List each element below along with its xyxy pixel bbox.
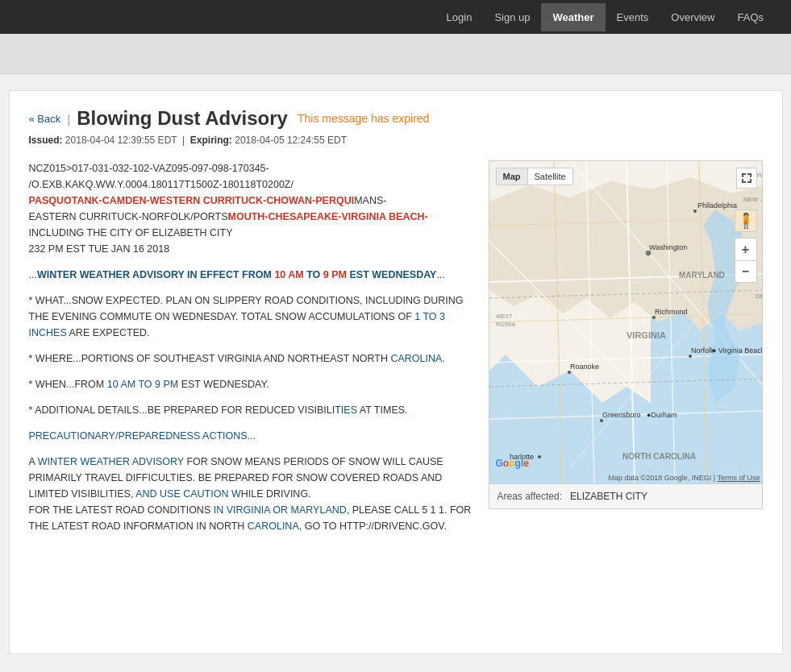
advisory-para3: * WHERE...PORTIONS OF SOUTHEAST VIRGINIA… — [29, 351, 473, 367]
zoom-in-button[interactable]: + — [735, 238, 757, 260]
nav-faqs[interactable]: FAQs — [726, 3, 775, 31]
svg-text:NEW JERSEY: NEW JERSEY — [743, 196, 763, 203]
streetview-button[interactable]: 🧍 — [735, 209, 757, 232]
svg-text:RGINIA: RGINIA — [496, 321, 515, 327]
advisory-body: NCZ015>017-031-032-102-VAZ095-097-098-17… — [29, 160, 473, 544]
svg-point-23 — [646, 251, 651, 255]
meta-info: Issued: 2018-04-04 12:39:55 EDT | Expiri… — [29, 135, 763, 146]
expired-badge: This message has expired — [298, 112, 429, 125]
advisory-title: Blowing Dust Advisory — [77, 107, 288, 130]
areas-affected-label: Areas affected: — [497, 491, 563, 502]
advisory-para5: * ADDITIONAL DETAILS...BE PREPARED FOR R… — [29, 402, 473, 418]
svg-text:Norfolk: Norfolk — [691, 346, 714, 355]
svg-text:VIRGINIA: VIRGINIA — [627, 330, 666, 340]
svg-text:MARYLAND: MARYLAND — [679, 271, 725, 280]
areas-affected-value: ELIZABETH CITY — [570, 491, 647, 502]
svg-point-29 — [689, 355, 692, 358]
map-data-text: Map data ©2018 Google, INEGI | Terms of … — [609, 474, 760, 482]
nav-signup[interactable]: Sign up — [483, 3, 541, 31]
nav-weather[interactable]: Weather — [541, 3, 605, 31]
svg-text:WEST: WEST — [496, 313, 513, 319]
svg-text:DELAWARE: DELAWARE — [756, 292, 763, 300]
breadcrumb: « Back | Blowing Dust Advisory This mess… — [29, 107, 763, 130]
breadcrumb-separator: | — [67, 112, 70, 126]
svg-text:Greensboro: Greensboro — [602, 411, 641, 419]
svg-rect-45 — [742, 173, 743, 177]
precautionary-link[interactable]: PRECAUTIONARY/PREPAREDNESS ACTIONS... — [29, 430, 256, 442]
issued-label: Issued: — [29, 135, 63, 146]
nav-events[interactable]: Events — [606, 3, 660, 31]
subbar — [0, 34, 791, 74]
svg-text:NORTH CAROLINA: NORTH CAROLINA — [622, 452, 696, 461]
map-area[interactable]: Philadelphia Washington Richmond Roanoke… — [489, 161, 763, 483]
expiring-value: 2018-04-05 12:24:55 EDT — [235, 135, 347, 146]
content-layout: NCZ015>017-031-032-102-VAZ095-097-098-17… — [29, 160, 763, 544]
issued-value: 2018-04-04 12:39:55 EDT — [65, 135, 177, 146]
svg-point-32 — [600, 419, 603, 422]
advisory-para1: ...WINTER WEATHER ADVISORY IN EFFECT FRO… — [29, 267, 473, 283]
map-section: Philadelphia Washington Richmond Roanoke… — [489, 160, 763, 544]
svg-point-40 — [538, 455, 541, 458]
svg-text:● Virginia Beach: ● Virginia Beach — [712, 346, 763, 355]
expiring-label: Expiring: — [190, 135, 232, 146]
advisory-para2: * WHAT...SNOW EXPECTED. PLAN ON SLIPPERY… — [29, 292, 473, 341]
google-logo: Google — [496, 458, 529, 469]
advisory-para4: * WHEN...FROM 10 AM TO 9 PM EST WEDNESDA… — [29, 376, 473, 392]
areas-affected: Areas affected: ELIZABETH CITY — [489, 483, 762, 508]
svg-point-27 — [568, 371, 571, 374]
nav-login[interactable]: Login — [435, 3, 484, 31]
map-zoom: + − — [735, 238, 757, 283]
fullscreen-button[interactable] — [736, 168, 757, 189]
svg-text:Washington: Washington — [649, 243, 687, 251]
svg-text:●Durham: ●Durham — [647, 411, 677, 419]
main-content: « Back | Blowing Dust Advisory This mess… — [9, 90, 783, 654]
svg-text:Philadelphia: Philadelphia — [697, 201, 737, 209]
map-container: Philadelphia Washington Richmond Roanoke… — [489, 160, 763, 509]
svg-rect-47 — [750, 173, 751, 177]
code-block: NCZ015>017-031-032-102-VAZ095-097-098-17… — [29, 160, 473, 257]
precautionary-section: PRECAUTIONARY/PREPAREDNESS ACTIONS... — [29, 428, 473, 444]
zoom-out-button[interactable]: − — [735, 260, 757, 283]
terms-link[interactable]: Terms of Use — [717, 474, 760, 482]
advisory-para6: A WINTER WEATHER ADVISORY FOR SNOW MEANS… — [29, 454, 473, 534]
map-view-button[interactable]: Map — [497, 168, 528, 185]
back-link[interactable]: « Back — [29, 113, 61, 125]
svg-text:Richmond: Richmond — [655, 308, 688, 316]
svg-rect-51 — [750, 179, 751, 183]
svg-point-21 — [693, 209, 697, 213]
svg-text:Roanoke: Roanoke — [570, 363, 599, 371]
map-controls: Map Satellite — [496, 168, 573, 185]
satellite-view-button[interactable]: Satellite — [528, 168, 572, 185]
svg-point-25 — [652, 316, 656, 319]
nav-overview[interactable]: Overview — [660, 3, 726, 31]
svg-rect-49 — [742, 179, 743, 183]
navbar: Login Sign up Weather Events Overview FA… — [0, 0, 791, 34]
